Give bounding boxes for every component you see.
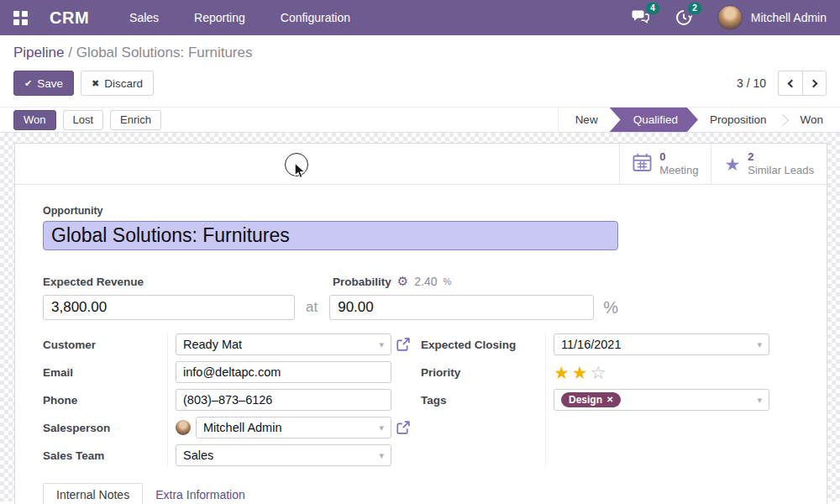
expected-closing-label: Expected Closing <box>421 333 545 355</box>
stage-new[interactable]: New <box>559 108 615 132</box>
stage-won[interactable]: Won <box>783 108 840 132</box>
form-body: Opportunity Expected Revenue Probability… <box>15 185 827 504</box>
won-button[interactable]: Won <box>13 110 56 130</box>
pager-next-button[interactable] <box>802 71 827 96</box>
email-input[interactable] <box>176 361 391 383</box>
mouse-cursor-icon <box>294 163 306 182</box>
control-panel: Pipeline / Global Solutions: Furnitures … <box>0 35 840 107</box>
salesperson-label: Salesperson <box>43 417 167 438</box>
tag-remove-icon[interactable]: ✕ <box>606 396 613 404</box>
salesperson-external-link-icon[interactable] <box>396 421 410 434</box>
app-title[interactable]: CRM <box>50 8 89 28</box>
similar-leads-stat-button[interactable]: ★ 2 Similar Leads <box>711 144 827 184</box>
caret-down-icon: ▾ <box>379 339 384 350</box>
tab-extra-information[interactable]: Extra Information <box>143 484 258 504</box>
tab-internal-notes[interactable]: Internal Notes <box>43 483 143 504</box>
x-icon: ✖ <box>92 78 99 89</box>
breadcrumb-separator: / <box>68 45 72 60</box>
probability-input[interactable] <box>329 295 594 320</box>
activity-clock-icon <box>675 14 692 29</box>
customer-select[interactable]: Ready Mat ▾ <box>176 333 391 355</box>
pager-count: 3 / 10 <box>737 76 766 90</box>
apps-grid-icon[interactable] <box>13 11 28 25</box>
revenue-probability-labels: Expected Revenue Probability ⚙ 2.40 % <box>43 274 799 289</box>
expected-revenue-label: Expected Revenue <box>43 276 144 288</box>
opportunity-title-input[interactable] <box>43 221 618 250</box>
probability-auto-value: 2.40 <box>414 275 437 288</box>
tags-field[interactable]: Design ✕ ▾ <box>554 389 769 411</box>
breadcrumb: Pipeline / Global Solutions: Furnitures <box>13 45 827 61</box>
star-filled-icon[interactable]: ★ <box>554 364 570 381</box>
customer-label: Customer <box>43 333 167 355</box>
stage-qualified[interactable]: Qualified <box>610 108 698 132</box>
save-button[interactable]: ✔ Save <box>13 71 74 96</box>
messages-button[interactable]: 4 <box>632 9 650 26</box>
chat-bubbles-icon <box>632 13 650 28</box>
probability-auto-percent: % <box>443 276 451 286</box>
meeting-stat-button[interactable]: 0 Meeting <box>619 144 711 184</box>
chevron-left-icon <box>788 79 796 87</box>
sales-team-value: Sales <box>183 449 213 462</box>
priority-stars[interactable]: ★ ★ ☆ <box>554 364 606 381</box>
enrich-button[interactable]: Enrich <box>110 110 161 130</box>
menu-sales[interactable]: Sales <box>129 11 159 24</box>
tag-design[interactable]: Design ✕ <box>561 392 621 407</box>
discard-button[interactable]: ✖ Discard <box>81 71 154 96</box>
breadcrumb-pipeline-link[interactable]: Pipeline <box>13 45 65 60</box>
field-columns: Customer Ready Mat ▾ Em <box>43 333 799 466</box>
similar-leads-count: 2 <box>748 150 814 164</box>
right-field-group: Expected Closing 11/16/2021 ▾ Priority ★… <box>421 333 799 466</box>
caret-down-icon: ▾ <box>379 450 384 461</box>
percent-suffix: % <box>603 298 618 318</box>
caret-down-icon: ▾ <box>757 339 762 350</box>
customer-value: Ready Mat <box>183 338 242 351</box>
salesperson-avatar <box>176 420 191 435</box>
user-menu[interactable]: Mitchell Admin <box>751 11 827 24</box>
chevron-right-icon <box>809 79 817 87</box>
control-panel-buttons: ✔ Save ✖ Discard 3 / 10 <box>13 71 827 96</box>
phone-input[interactable] <box>176 389 391 411</box>
record-pager: 3 / 10 <box>737 71 827 96</box>
at-label: at <box>306 299 318 316</box>
priority-label: Priority <box>421 361 545 383</box>
content-area: 0 Meeting ★ 2 Similar Leads Opportunity <box>0 133 840 501</box>
left-field-group: Customer Ready Mat ▾ Em <box>43 333 421 466</box>
topbar-right: 4 2 Mitchell Admin <box>632 5 827 30</box>
user-avatar[interactable] <box>717 5 743 30</box>
menu-configuration[interactable]: Configuration <box>281 11 350 24</box>
calendar-icon <box>633 153 652 176</box>
sales-team-select[interactable]: Sales ▾ <box>176 444 391 466</box>
breadcrumb-current: Global Solutions: Furnitures <box>76 45 253 60</box>
phone-label: Phone <box>43 389 167 411</box>
caret-down-icon: ▾ <box>379 423 384 433</box>
notebook-tabs: Internal Notes Extra Information <box>43 485 799 504</box>
gear-icon[interactable]: ⚙ <box>397 274 408 289</box>
star-icon: ★ <box>724 155 740 173</box>
messages-badge: 4 <box>646 3 659 14</box>
opportunity-label: Opportunity <box>43 205 799 217</box>
meeting-count: 0 <box>659 150 698 164</box>
expected-closing-select[interactable]: 11/16/2021 ▾ <box>554 333 769 355</box>
top-navbar: CRM Sales Reporting Configuration 4 2 <box>0 0 840 35</box>
salesperson-select[interactable]: Mitchell Admin ▾ <box>196 417 391 438</box>
sales-team-label: Sales Team <box>43 444 167 466</box>
lost-button[interactable]: Lost <box>63 110 104 130</box>
stage-proposition[interactable]: Proposition <box>693 108 784 132</box>
probability-label: Probability <box>333 276 391 288</box>
email-label: Email <box>43 361 167 383</box>
customer-external-link-icon[interactable] <box>396 338 410 351</box>
activities-button[interactable]: 2 <box>675 9 692 26</box>
activities-badge: 2 <box>688 3 701 14</box>
check-icon: ✔ <box>24 78 32 89</box>
stage-selector: New Qualified Proposition Won <box>558 108 840 132</box>
expected-revenue-input[interactable] <box>43 295 295 320</box>
star-empty-icon[interactable]: ☆ <box>591 364 606 381</box>
meeting-label: Meeting <box>659 164 698 177</box>
discard-label: Discard <box>104 77 143 90</box>
pager-previous-button[interactable] <box>778 71 802 96</box>
menu-reporting[interactable]: Reporting <box>194 11 245 24</box>
star-filled-icon[interactable]: ★ <box>572 364 588 381</box>
expected-closing-value: 11/16/2021 <box>561 338 622 351</box>
tags-label: Tags <box>421 389 545 411</box>
caret-down-icon: ▾ <box>757 395 762 406</box>
